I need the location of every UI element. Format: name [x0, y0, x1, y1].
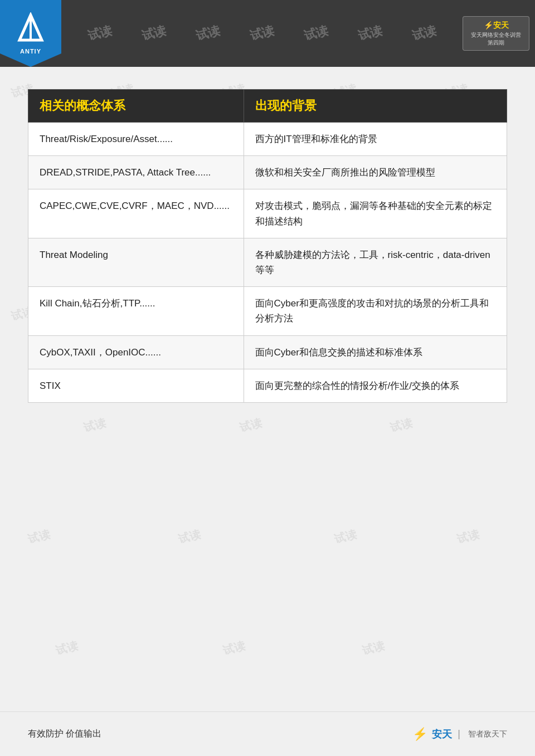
- header-logo-right: ⚡安天 安天网络安全冬训营第四期: [463, 11, 529, 56]
- table-row: CAPEC,CWE,CVE,CVRF，MAEC，NVD......对攻击模式，脆…: [28, 189, 507, 238]
- col1-header: 相关的概念体系: [28, 90, 244, 123]
- table-row: STIX面向更完整的综合性的情报分析/作业/交换的体系: [28, 369, 507, 402]
- footer: 有效防护 价值输出 ⚡ 安天 | 智者敌天下: [0, 711, 535, 756]
- table-row: Threat/Risk/Exposure/Asset......西方的IT管理和…: [28, 123, 507, 156]
- table-cell-concept: STIX: [28, 369, 244, 402]
- table-cell-background: 面向Cyber和信息交换的描述和标准体系: [244, 335, 507, 369]
- divider: |: [458, 728, 460, 740]
- logo-text: ANTIY: [20, 48, 41, 55]
- footer-logo-sub: 智者敌天下: [468, 729, 507, 739]
- page-watermark-21: 试读: [54, 638, 80, 658]
- table-cell-concept: CybOX,TAXII，OpenIOC......: [28, 335, 244, 369]
- table-cell-background: 各种威胁建模的方法论，工具，risk-centric，data-driven等等: [244, 238, 507, 286]
- logo-box: ANTIY: [0, 0, 61, 67]
- header: ANTIY 试读 试读 试读 试读 试读 试读 试读 ⚡安天 安天网络安全冬训营…: [0, 0, 535, 67]
- concept-table: 相关的概念体系 出现的背景 Threat/Risk/Exposure/Asset…: [28, 89, 507, 403]
- header-watermark-7: 试读: [410, 22, 438, 45]
- table-row: DREAD,STRIDE,PASTA, Attack Tree......微软和…: [28, 156, 507, 189]
- header-watermark-4: 试读: [248, 22, 276, 45]
- footer-logo-area: ⚡ 安天 | 智者敌天下: [412, 727, 507, 742]
- page-watermark-17: 试读: [26, 526, 52, 547]
- table-cell-concept: Threat/Risk/Exposure/Asset......: [28, 123, 244, 156]
- header-watermark-2: 试读: [140, 22, 168, 45]
- table-cell-background: 对攻击模式，脆弱点，漏洞等各种基础的安全元素的标定和描述结构: [244, 189, 507, 238]
- page-watermark-20: 试读: [455, 526, 481, 547]
- page-watermark-22: 试读: [221, 638, 247, 658]
- table-row: CybOX,TAXII，OpenIOC......面向Cyber和信息交换的描述…: [28, 335, 507, 369]
- table-cell-background: 面向Cyber和更高强度的攻击和对抗的场景的分析工具和分析方法: [244, 287, 507, 335]
- logo-svg: [14, 12, 47, 46]
- table-header-row: 相关的概念体系 出现的背景: [28, 90, 507, 123]
- lightning-icon: ⚡: [412, 727, 427, 742]
- header-watermark-3: 试读: [194, 22, 222, 45]
- table-cell-concept: Threat Modeling: [28, 238, 244, 286]
- header-watermarks: 试读 试读 试读 试读 试读 试读 试读: [61, 25, 463, 42]
- table-cell-concept: Kill Chain,钻石分析,TTP......: [28, 287, 244, 335]
- page-watermark-19: 试读: [333, 526, 358, 547]
- col2-header: 出现的背景: [244, 90, 507, 123]
- page-watermark-18: 试读: [177, 526, 202, 547]
- table-cell-background: 微软和相关安全厂商所推出的风险管理模型: [244, 156, 507, 189]
- table-cell-concept: CAPEC,CWE,CVE,CVRF，MAEC，NVD......: [28, 189, 244, 238]
- header-watermark-6: 试读: [356, 22, 384, 45]
- table-cell-background: 面向更完整的综合性的情报分析/作业/交换的体系: [244, 369, 507, 402]
- footer-logo: ⚡ 安天 | 智者敌天下: [412, 727, 507, 742]
- table-row: Kill Chain,钻石分析,TTP......面向Cyber和更高强度的攻击…: [28, 287, 507, 335]
- page-watermark-23: 试读: [361, 638, 386, 658]
- main-content: 相关的概念体系 出现的背景 Threat/Risk/Exposure/Asset…: [0, 67, 535, 425]
- table-cell-concept: DREAD,STRIDE,PASTA, Attack Tree......: [28, 156, 244, 189]
- footer-slogan: 有效防护 价值输出: [28, 728, 101, 740]
- header-brand-badge: ⚡安天 安天网络安全冬训营第四期: [463, 16, 529, 51]
- table-row: Threat Modeling各种威胁建模的方法论，工具，risk-centri…: [28, 238, 507, 286]
- header-watermark-1: 试读: [85, 22, 113, 45]
- header-watermark-5: 试读: [302, 22, 330, 45]
- table-cell-background: 西方的IT管理和标准化的背景: [244, 123, 507, 156]
- footer-logo-text: 安天: [432, 728, 452, 741]
